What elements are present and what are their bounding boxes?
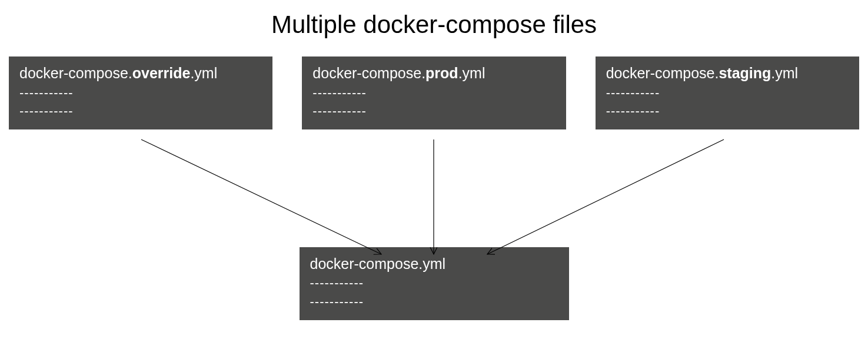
label-bold: staging <box>719 65 771 81</box>
box-override-dashes2: ----------- <box>19 102 262 120</box>
label-bold: prod <box>425 65 458 81</box>
label-suffix: .yml <box>190 65 217 81</box>
box-prod-dashes2: ----------- <box>312 102 555 120</box>
box-staging-dashes1: ----------- <box>606 84 849 102</box>
box-prod-dashes1: ----------- <box>312 84 555 102</box>
box-override-dashes1: ----------- <box>19 84 262 102</box>
label-suffix: .yml <box>458 65 485 81</box>
label-suffix: .yml <box>771 65 798 81</box>
top-row: docker-compose.override.yml ----------- … <box>0 56 868 129</box>
box-staging-label: docker-compose.staging.yml <box>606 64 849 83</box>
box-base-dashes1: ----------- <box>310 274 558 292</box>
box-base: docker-compose.yml ----------- ---------… <box>300 247 569 320</box>
label-bold: override <box>132 65 191 81</box>
box-prod: docker-compose.prod.yml ----------- ----… <box>302 56 566 129</box>
box-override-label: docker-compose.override.yml <box>19 64 262 83</box>
diagram-title: Multiple docker-compose files <box>0 0 868 56</box>
label-prefix: docker-compose. <box>19 65 132 81</box>
arrow-override <box>141 139 381 254</box>
label-prefix: docker-compose. <box>606 65 719 81</box>
box-override: docker-compose.override.yml ----------- … <box>9 56 272 129</box>
box-staging: docker-compose.staging.yml ----------- -… <box>596 56 859 129</box>
box-staging-dashes2: ----------- <box>606 102 849 120</box>
bottom-row: docker-compose.yml ----------- ---------… <box>0 247 868 320</box>
box-base-label: docker-compose.yml <box>310 254 558 274</box>
arrow-staging <box>487 139 724 254</box>
label-prefix: docker-compose. <box>312 65 425 81</box>
box-base-dashes2: ----------- <box>310 293 558 311</box>
box-prod-label: docker-compose.prod.yml <box>312 64 555 83</box>
